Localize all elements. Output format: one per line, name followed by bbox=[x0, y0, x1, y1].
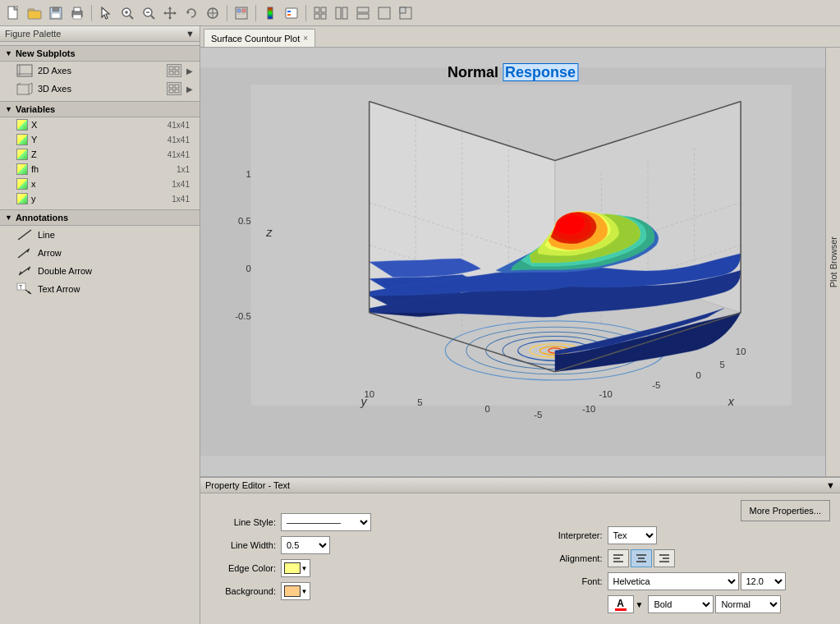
palette-item-double-arrow[interactable]: Double Arrow bbox=[0, 262, 200, 280]
new-button[interactable] bbox=[3, 3, 23, 23]
svg-rect-61 bbox=[175, 89, 179, 93]
3d-axes-arrow: ▶ bbox=[186, 85, 193, 94]
new-subplots-header[interactable]: ▼ New Subplots bbox=[0, 45, 200, 62]
font-size-select[interactable]: 12.0 10.0 14.0 16.0 bbox=[741, 572, 786, 590]
line-width-control: 0.5 1.0 1.5 2.0 bbox=[281, 536, 330, 554]
var-icon-fh bbox=[16, 163, 28, 175]
palette-collapse-icon[interactable]: ▼ bbox=[186, 29, 195, 39]
prop-grid: Line Style: —————— - - - - - · · · · · n… bbox=[210, 500, 830, 613]
line-icon bbox=[16, 228, 33, 241]
palette-item-text-arrow[interactable]: T Text Arrow bbox=[0, 280, 200, 298]
2d-axes-grid-btn[interactable] bbox=[167, 64, 181, 77]
brush-button[interactable] bbox=[232, 3, 251, 23]
colorbar-button[interactable] bbox=[260, 3, 280, 23]
font-color-button[interactable]: A bbox=[608, 595, 634, 613]
line-width-select[interactable]: 0.5 1.0 1.5 2.0 bbox=[281, 536, 330, 554]
var-row-X[interactable]: X 41x41 bbox=[0, 117, 200, 132]
3d-axes-grid-btn[interactable] bbox=[167, 82, 181, 95]
grid1x2-button[interactable] bbox=[332, 3, 351, 23]
var-row-fh[interactable]: fh 1x1 bbox=[0, 162, 200, 177]
interpreter-label: Interpreter: bbox=[537, 530, 603, 540]
svg-rect-9 bbox=[73, 15, 81, 19]
plot-browser-panel[interactable]: Plot Browser bbox=[825, 48, 840, 476]
pan-button[interactable] bbox=[160, 3, 180, 23]
svg-rect-53 bbox=[17, 85, 29, 94]
svg-marker-71 bbox=[28, 291, 31, 294]
zoom-in-button[interactable] bbox=[117, 3, 137, 23]
font-select[interactable]: Helvetica Arial Times New Roman Courier bbox=[608, 572, 739, 590]
sep3 bbox=[255, 5, 256, 21]
edge-color-button[interactable]: ▼ bbox=[281, 559, 310, 577]
plot-title[interactable]: Normal Response bbox=[448, 64, 578, 81]
line-style-select[interactable]: —————— - - - - - · · · · · none bbox=[281, 513, 371, 531]
font-weight-select[interactable]: Bold Normal Light bbox=[648, 595, 714, 613]
open-button[interactable] bbox=[25, 3, 44, 23]
grid2x1-button[interactable] bbox=[353, 3, 373, 23]
svg-line-12 bbox=[130, 16, 133, 19]
var-row-y[interactable]: y 1x41 bbox=[0, 191, 200, 206]
background-color-button[interactable]: ▼ bbox=[281, 582, 310, 600]
double-arrow-label: Double Arrow bbox=[38, 266, 193, 276]
svg-text:0.5: 0.5 bbox=[238, 216, 251, 226]
svg-marker-18 bbox=[168, 7, 172, 9]
content-area: Normal Response bbox=[200, 48, 840, 476]
var-row-Z[interactable]: Z 41x41 bbox=[0, 147, 200, 162]
save-button[interactable] bbox=[46, 3, 66, 23]
var-icon-Z bbox=[16, 149, 28, 160]
font-color-dropdown-arrow[interactable]: ▼ bbox=[636, 600, 644, 609]
palette-item-line[interactable]: Line bbox=[0, 226, 200, 244]
tab-bar: Surface Countour Plot × bbox=[200, 26, 840, 48]
var-row-Y[interactable]: Y 41x41 bbox=[0, 132, 200, 147]
right-panel: Surface Countour Plot × Normal Response bbox=[200, 26, 840, 624]
interpreter-select[interactable]: Tex LaTeX none bbox=[608, 526, 657, 544]
palette-item-3d-axes[interactable]: 3D Axes ▶ bbox=[0, 80, 200, 98]
align-right-button[interactable] bbox=[654, 549, 675, 567]
prop-header-collapse[interactable]: ▼ bbox=[826, 480, 835, 490]
var-label-y: y bbox=[31, 194, 168, 204]
svg-rect-6 bbox=[52, 13, 60, 18]
svg-rect-51 bbox=[169, 71, 173, 75]
alignment-label: Alignment: bbox=[537, 553, 603, 563]
background-control: ▼ bbox=[281, 582, 310, 600]
palette-item-2d-axes[interactable]: 2D Axes ▶ bbox=[0, 62, 200, 80]
surface-contour-tab[interactable]: Surface Countour Plot × bbox=[204, 29, 315, 47]
print-button[interactable] bbox=[67, 3, 87, 23]
font-style-select[interactable]: Normal Italic Oblique bbox=[715, 595, 781, 613]
pointer-button[interactable] bbox=[96, 3, 116, 23]
svg-rect-42 bbox=[357, 14, 369, 19]
background-color-arrow[interactable]: ▼ bbox=[301, 588, 308, 595]
new-subplots-arrow: ▼ bbox=[5, 49, 12, 57]
datacursor-button[interactable] bbox=[203, 3, 223, 23]
rotate-button[interactable] bbox=[181, 3, 201, 23]
line-label: Line bbox=[38, 230, 193, 240]
sep1 bbox=[91, 5, 92, 21]
edge-color-arrow[interactable]: ▼ bbox=[301, 565, 308, 572]
align-center-button[interactable] bbox=[631, 549, 652, 567]
palette-item-arrow[interactable]: Arrow bbox=[0, 244, 200, 262]
plot-area[interactable]: Normal Response bbox=[200, 48, 825, 476]
prop-right-col: More Properties... Interpreter: Tex LaTe… bbox=[537, 500, 831, 613]
align-left-button[interactable] bbox=[608, 549, 629, 567]
variables-label: Variables bbox=[16, 104, 55, 114]
annotations-header[interactable]: ▼ Annotations bbox=[0, 209, 200, 226]
zoom-out-button[interactable] bbox=[139, 3, 158, 23]
var-row-x[interactable]: x 1x41 bbox=[0, 177, 200, 191]
font-color-underline bbox=[615, 608, 627, 611]
3d-axes-icon bbox=[16, 82, 33, 95]
tab-close-button[interactable]: × bbox=[303, 34, 308, 43]
line-style-label: Line Style: bbox=[210, 517, 276, 527]
svg-text:0: 0 bbox=[246, 264, 250, 273]
2d-axes-label: 2D Axes bbox=[38, 66, 162, 76]
variables-header[interactable]: ▼ Variables bbox=[0, 101, 200, 117]
more-properties-button[interactable]: More Properties... bbox=[741, 500, 830, 521]
font-color-swatch: A bbox=[615, 599, 627, 611]
dock-button[interactable] bbox=[396, 3, 415, 23]
svg-marker-19 bbox=[168, 17, 172, 20]
grid2x2-button[interactable] bbox=[310, 3, 330, 23]
legend-button[interactable] bbox=[282, 3, 301, 23]
line-width-row: Line Width: 0.5 1.0 1.5 2.0 bbox=[210, 536, 504, 554]
svg-rect-45 bbox=[400, 7, 406, 13]
single-grid-button[interactable] bbox=[374, 3, 394, 23]
svg-text:10: 10 bbox=[364, 389, 374, 399]
var-label-x: x bbox=[31, 179, 168, 189]
